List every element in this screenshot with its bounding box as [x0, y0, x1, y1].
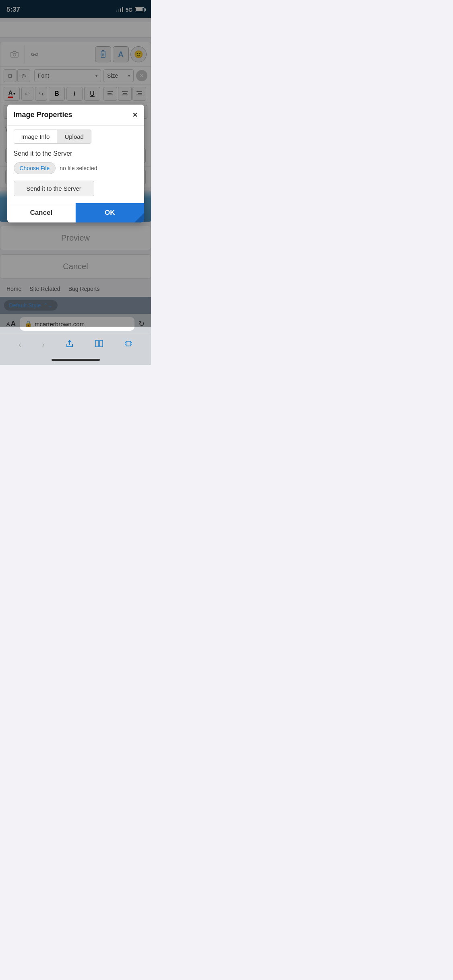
modal-title: Image Properties	[14, 111, 72, 119]
modal-tabs: Image Info Upload	[7, 126, 144, 144]
tab-upload[interactable]: Upload	[57, 130, 91, 144]
tab-image-info[interactable]: Image Info	[14, 130, 57, 144]
back-button[interactable]: ‹	[14, 338, 25, 352]
modal-header: Image Properties ×	[7, 105, 144, 126]
tabs-button[interactable]	[120, 338, 137, 352]
choose-file-button[interactable]: Choose File	[14, 162, 56, 174]
modal-footer: Cancel OK	[7, 203, 144, 222]
share-button[interactable]	[62, 338, 78, 352]
send-to-server-button[interactable]: Send it to the Server	[14, 181, 94, 196]
forward-button[interactable]: ›	[38, 338, 49, 352]
modal-cancel-button[interactable]: Cancel	[7, 203, 76, 222]
modal-overlay: Image Properties × Image Info Upload Sen…	[0, 0, 151, 327]
no-file-text: no file selected	[60, 165, 97, 171]
modal-ok-button[interactable]: OK	[76, 203, 144, 222]
home-indicator	[0, 356, 151, 365]
modal-body: Send it to the Server Choose File no fil…	[7, 144, 144, 203]
modal-close-button[interactable]: ×	[133, 110, 138, 119]
file-input-row: Choose File no file selected	[14, 162, 138, 174]
svg-rect-39	[126, 341, 131, 346]
browser-nav: ‹ ›	[0, 334, 151, 356]
image-properties-modal: Image Properties × Image Info Upload Sen…	[7, 105, 144, 222]
send-to-server-title: Send it to the Server	[14, 150, 138, 157]
bookmark-button[interactable]	[91, 338, 108, 352]
home-bar	[52, 359, 100, 361]
